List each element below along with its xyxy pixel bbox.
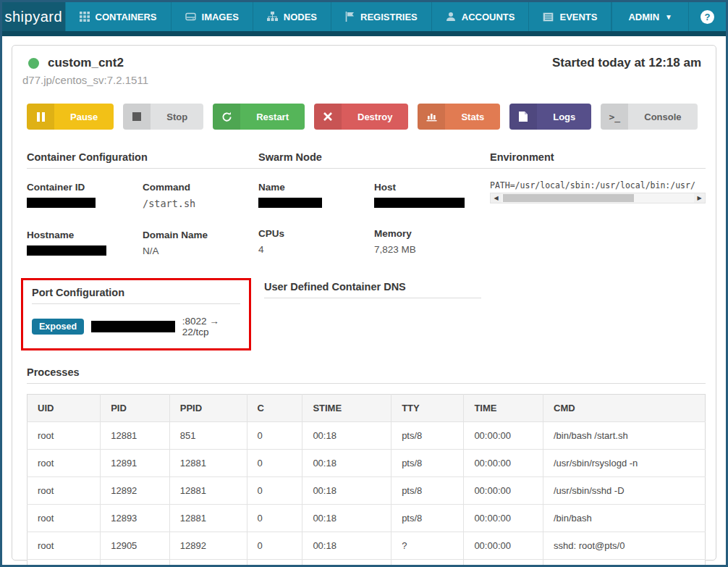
stats-button[interactable]: Stats — [418, 104, 500, 130]
list-icon — [543, 12, 554, 22]
column-header: TIME — [464, 395, 543, 422]
node-name-label: Name — [258, 182, 374, 193]
nav-accounts[interactable]: ACCOUNTS — [431, 2, 529, 31]
console-button[interactable]: >_ Console — [601, 104, 697, 130]
nav-registries[interactable]: REGISTRIES — [331, 2, 431, 31]
stop-button[interactable]: Stop — [123, 104, 203, 130]
environment-scrollbar[interactable]: ◀ ▶ — [490, 193, 706, 203]
admin-menu[interactable]: ADMIN ▼ — [611, 2, 688, 31]
column-header: PID — [101, 395, 170, 422]
cpus-label: CPUs — [258, 228, 374, 239]
process-row: root1290712905000:18pts/000:00:00-bash — [27, 560, 706, 567]
table-cell: 00:18 — [302, 505, 391, 532]
exposed-badge: Exposed — [32, 319, 84, 335]
table-cell: 12905 — [169, 560, 247, 567]
chart-icon — [418, 104, 445, 130]
table-cell: 00:18 — [302, 477, 391, 505]
domain-name-label: Domain Name — [143, 230, 258, 240]
container-name: custom_cnt2 — [48, 56, 124, 70]
table-cell: root — [27, 505, 101, 532]
table-cell: root — [27, 477, 101, 505]
section-title: User Defined Container DNS — [264, 281, 481, 298]
column-header: C — [247, 395, 302, 422]
table-cell: 851 — [169, 422, 247, 450]
process-row: root1289112881000:18pts/800:00:00/usr/sb… — [27, 450, 706, 477]
restart-button[interactable]: Restart — [213, 104, 305, 130]
nav-registries-label: REGISTRIES — [360, 12, 418, 22]
table-cell: /bin/bash — [543, 505, 706, 532]
started-timestamp: Started today at 12:18 am — [552, 56, 706, 70]
table-cell: sshd: root@pts/0 — [543, 532, 706, 560]
process-row: root1290512892000:18?00:00:00sshd: root@… — [27, 532, 706, 560]
help-button[interactable]: ? — [688, 2, 726, 31]
command-value: /start.sh — [143, 198, 258, 209]
port-mapping-row: Exposed :8022 → 22/tcp — [32, 316, 240, 337]
table-cell: root — [27, 560, 101, 567]
nav-accounts-label: ACCOUNTS — [462, 12, 515, 22]
container-id-label: Container ID — [27, 182, 143, 193]
nav-nodes-label: NODES — [284, 12, 317, 22]
scrollbar-track[interactable] — [501, 193, 694, 203]
table-cell: -bash — [543, 560, 706, 567]
nav-events[interactable]: EVENTS — [528, 2, 611, 31]
nav-nodes[interactable]: NODES — [253, 2, 331, 31]
nav-containers[interactable]: CONTAINERS — [65, 2, 171, 31]
table-cell: 00:18 — [302, 450, 391, 477]
table-cell: pts/8 — [391, 505, 464, 532]
table-cell: 00:00:00 — [464, 532, 543, 560]
environment-section: Environment PATH=/usr/local/sbin:/usr/lo… — [490, 151, 706, 277]
table-cell: 12891 — [101, 450, 170, 477]
dns-section: User Defined Container DNS — [264, 281, 481, 350]
processes-section: Processes UIDPIDPPIDCSTIMETTYTIMECMD roo… — [22, 366, 706, 567]
table-cell: 12881 — [169, 505, 247, 532]
table-cell: 00:18 — [302, 532, 391, 560]
logs-button[interactable]: Logs — [509, 104, 591, 130]
domain-name-value: N/A — [143, 245, 258, 256]
refresh-icon — [213, 104, 240, 130]
table-cell: root — [27, 422, 101, 450]
nav-images[interactable]: IMAGES — [171, 2, 253, 31]
terminal-icon: >_ — [601, 104, 628, 130]
action-buttons-row: Pause Stop Restart Destroy — [22, 104, 706, 130]
running-status-dot — [28, 58, 39, 69]
table-header-row: UIDPIDPPIDCSTIMETTYTIMECMD — [27, 395, 706, 422]
scrollbar-thumb[interactable] — [503, 194, 634, 202]
table-cell: root — [27, 450, 101, 477]
table-cell: 00:00:00 — [464, 422, 543, 450]
process-row: root12881851000:18pts/800:00:00/bin/bash… — [27, 422, 706, 450]
table-cell: 00:18 — [302, 422, 391, 450]
table-cell: 0 — [247, 560, 302, 567]
navbar-bottom-strip — [2, 31, 726, 36]
section-title: Processes — [27, 366, 706, 384]
section-title: Port Configuration — [32, 287, 240, 304]
table-cell: 12905 — [101, 532, 170, 560]
column-header: PPID — [169, 395, 247, 422]
table-cell: 12892 — [101, 477, 170, 505]
table-cell: 12881 — [169, 450, 247, 477]
processes-table: UIDPIDPPIDCSTIMETTYTIMECMD root128818510… — [27, 394, 706, 567]
table-cell: 12907 — [101, 560, 170, 567]
port-configuration-highlight-box: Port Configuration Exposed :8022 → 22/tc… — [21, 278, 251, 350]
column-header: TTY — [391, 395, 464, 422]
nav-events-label: EVENTS — [559, 12, 597, 22]
table-cell: /bin/bash /start.sh — [543, 422, 706, 450]
table-cell: 0 — [247, 422, 302, 450]
table-cell: 12881 — [101, 422, 170, 450]
info-columns: Container Configuration Container ID Com… — [22, 151, 706, 277]
pause-icon — [27, 104, 54, 130]
column-header: UID — [27, 395, 101, 422]
destroy-button[interactable]: Destroy — [314, 104, 408, 130]
scroll-left-arrow-icon[interactable]: ◀ — [491, 193, 501, 203]
section-title: Container Configuration — [27, 151, 258, 169]
grid-icon — [80, 12, 90, 22]
table-cell: pts/8 — [391, 450, 464, 477]
table-cell: /usr/sbin/rsyslogd -n — [543, 450, 706, 477]
column-header: CMD — [543, 395, 706, 422]
container-detail-card: custom_cnt2 Started today at 12:18 am d7… — [12, 45, 716, 560]
scroll-right-arrow-icon[interactable]: ▶ — [694, 193, 705, 203]
nav-containers-label: CONTAINERS — [96, 12, 157, 22]
pause-button[interactable]: Pause — [27, 104, 114, 130]
shipyard-logo[interactable]: shipyard — [2, 2, 65, 31]
process-row: root1289312881000:18pts/800:00:00/bin/ba… — [27, 505, 706, 532]
table-cell: pts/8 — [391, 422, 464, 450]
